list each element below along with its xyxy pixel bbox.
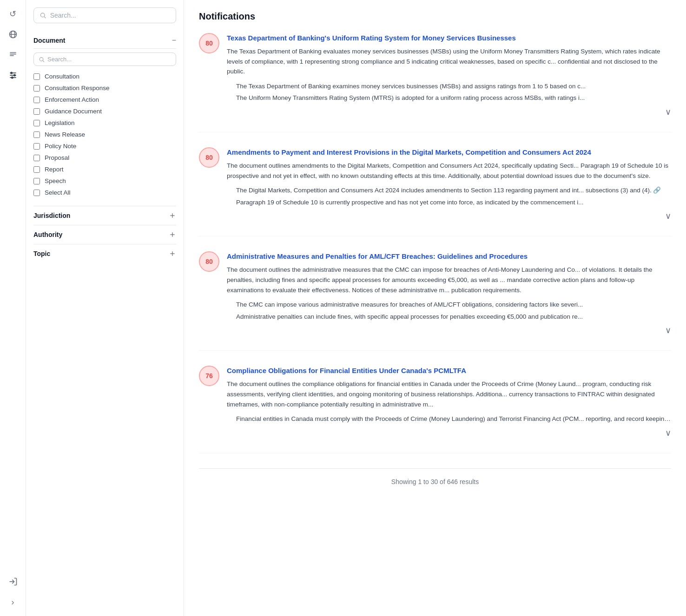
document-checkboxes-list: Consultation Consultation Response Enfor…: [33, 71, 176, 198]
bullet-item: Financial entities in Canada must comply…: [236, 414, 671, 424]
document-search-icon: [39, 56, 45, 63]
notification-description: The document outlines amendments to the …: [227, 161, 671, 181]
notification-bullets: The Texas Department of Banking examines…: [227, 81, 671, 103]
checkbox-policy-note[interactable]: [33, 143, 40, 150]
checkbox-label-speech: Speech: [45, 177, 66, 184]
main-content: Notifications 80 Texas Department of Ban…: [184, 0, 686, 616]
score-badge: 76: [199, 366, 219, 386]
expand-sidebar-icon[interactable]: ›: [5, 594, 21, 610]
checkbox-item-legislation[interactable]: Legislation: [33, 117, 176, 129]
checkbox-enforcement-action[interactable]: [33, 97, 40, 103]
notification-body: Amendments to Payment and Interest Provi…: [227, 147, 671, 221]
results-footer: Showing 1 to 30 of 646 results: [199, 468, 671, 495]
notification-title[interactable]: Texas Department of Banking's Uniform Ra…: [227, 33, 671, 43]
checkbox-item-select-all[interactable]: Select All: [33, 187, 176, 198]
checkbox-item-enforcement-action[interactable]: Enforcement Action: [33, 94, 176, 105]
checkbox-legislation[interactable]: [33, 120, 40, 126]
filter-sidebar: Document − Consultation Consultation Res…: [26, 0, 184, 616]
checkbox-news-release[interactable]: [33, 131, 40, 138]
svg-point-8: [11, 77, 13, 78]
checkbox-label-select-all: Select All: [45, 189, 71, 196]
score-badge: 80: [199, 251, 219, 272]
checkbox-label-legislation: Legislation: [45, 119, 75, 126]
expand-button[interactable]: ∨: [665, 211, 671, 221]
document-inner-search-container: [33, 52, 176, 66]
notification-bullets: The Digital Markets, Competition and Con…: [227, 185, 671, 207]
svg-point-10: [40, 13, 45, 17]
notifications-list: 80 Texas Department of Banking's Uniform…: [199, 33, 671, 453]
checkbox-label-policy-note: Policy Note: [45, 143, 76, 150]
svg-line-13: [43, 60, 44, 62]
document-search-input[interactable]: [47, 56, 171, 63]
document-filter-section: Document − Consultation Consultation Res…: [33, 33, 176, 198]
authority-filter-header[interactable]: Authority: [33, 225, 176, 244]
checkbox-report[interactable]: [33, 166, 40, 173]
jurisdiction-filter-title: Jurisdiction: [33, 212, 70, 219]
notification-title[interactable]: Compliance Obligations for Financial Ent…: [227, 366, 671, 375]
checkbox-item-consultation[interactable]: Consultation: [33, 71, 176, 82]
checkbox-item-news-release[interactable]: News Release: [33, 129, 176, 140]
authority-filter-title: Authority: [33, 231, 62, 238]
checkbox-label-proposal: Proposal: [45, 154, 69, 161]
checkbox-label-news-release: News Release: [45, 131, 85, 138]
checkbox-speech[interactable]: [33, 178, 40, 184]
notification-body: Texas Department of Banking's Uniform Ra…: [227, 33, 671, 117]
bullet-item: The Digital Markets, Competition and Con…: [236, 185, 671, 196]
checkbox-item-proposal[interactable]: Proposal: [33, 152, 176, 164]
checkbox-guidance-document[interactable]: [33, 108, 40, 115]
results-count: Showing 1 to 30 of 646 results: [391, 478, 479, 485]
feed-icon[interactable]: [5, 46, 21, 63]
login-icon[interactable]: [5, 573, 21, 590]
notification-title[interactable]: Administrative Measures and Penalties fo…: [227, 251, 671, 261]
bullet-item: Paragraph 19 of Schedule 10 is currently…: [236, 197, 671, 208]
checkbox-label-consultation-response: Consultation Response: [45, 85, 110, 92]
expand-button[interactable]: ∨: [665, 325, 671, 335]
score-badge: 80: [199, 147, 219, 168]
top-search-container: [33, 7, 176, 23]
sliders-icon[interactable]: [5, 67, 21, 84]
checkbox-item-consultation-response[interactable]: Consultation Response: [33, 82, 176, 94]
notification-description: The document outlines the compliance obl…: [227, 379, 671, 409]
topic-filter-title: Topic: [33, 250, 50, 257]
score-badge: 80: [199, 33, 219, 53]
checkbox-consultation[interactable]: [33, 73, 40, 80]
notification-card: 80 Amendments to Payment and Interest Pr…: [199, 147, 671, 236]
checkbox-label-guidance-document: Guidance Document: [45, 108, 102, 115]
notification-bullets: The CMC can impose various administrativ…: [227, 300, 671, 321]
globe-icon[interactable]: [5, 26, 21, 43]
expand-button[interactable]: ∨: [665, 428, 671, 438]
notification-body: Administrative Measures and Penalties fo…: [227, 251, 671, 335]
refresh-icon[interactable]: ↺: [5, 6, 21, 22]
page-title: Notifications: [199, 11, 671, 22]
checkbox-item-report[interactable]: Report: [33, 164, 176, 175]
svg-point-6: [11, 72, 12, 73]
jurisdiction-filter-header[interactable]: Jurisdiction: [33, 206, 176, 225]
bullet-item: Administrative penalties can include fin…: [236, 312, 671, 322]
svg-line-11: [44, 17, 46, 18]
notification-card: 80 Texas Department of Banking's Uniform…: [199, 33, 671, 132]
checkbox-label-enforcement-action: Enforcement Action: [45, 96, 99, 103]
document-filter-title: Document: [33, 37, 65, 44]
svg-point-7: [13, 74, 15, 76]
bullet-item: The CMC can impose various administrativ…: [236, 300, 671, 310]
checkbox-item-policy-note[interactable]: Policy Note: [33, 140, 176, 152]
search-icon: [40, 12, 46, 19]
checkbox-item-guidance-document[interactable]: Guidance Document: [33, 105, 176, 117]
checkbox-item-speech[interactable]: Speech: [33, 175, 176, 187]
checkbox-consultation-response[interactable]: [33, 85, 40, 92]
notification-description: The document outlines the administrative…: [227, 265, 671, 295]
side-navigation: ↺ ›: [0, 0, 26, 616]
topic-expand-icon: [169, 250, 176, 257]
notification-card: 76 Compliance Obligations for Financial …: [199, 366, 671, 453]
document-filter-header[interactable]: Document −: [33, 33, 176, 49]
notification-card: 80 Administrative Measures and Penalties…: [199, 251, 671, 351]
checkbox-select-all[interactable]: [33, 190, 40, 196]
notification-title[interactable]: Amendments to Payment and Interest Provi…: [227, 147, 671, 157]
topic-filter-header[interactable]: Topic: [33, 244, 176, 263]
checkbox-label-consultation: Consultation: [45, 73, 79, 80]
document-filter-collapse-icon: −: [172, 36, 176, 45]
top-search-input[interactable]: [50, 12, 170, 19]
checkbox-proposal[interactable]: [33, 155, 40, 161]
expand-button[interactable]: ∨: [665, 107, 671, 117]
notification-description: The Texas Department of Banking evaluate…: [227, 46, 671, 77]
